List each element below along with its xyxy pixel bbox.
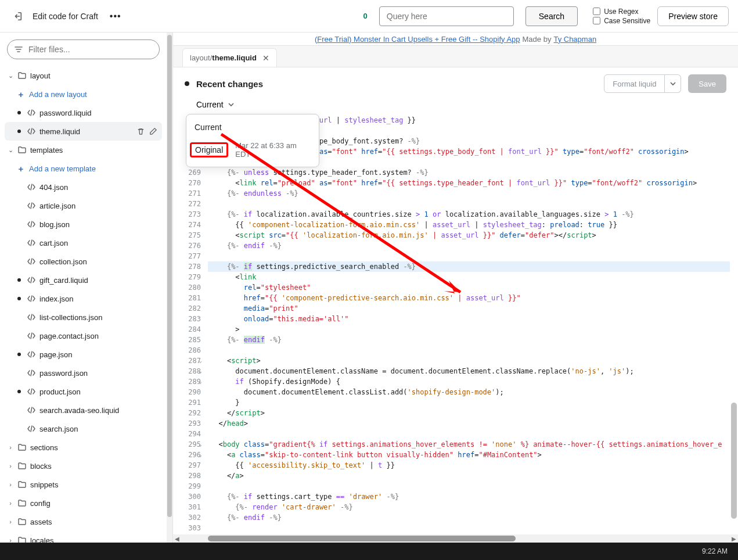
case-sensitive-option[interactable]: Case Sensitive <box>593 17 650 25</box>
format-liquid-caret[interactable] <box>665 74 681 93</box>
tree-label: theme.liquid <box>39 127 133 136</box>
line-gutter: 2642652662672682692702712722732742752762… <box>173 115 208 534</box>
code-file-icon <box>27 275 36 285</box>
modified-dot-icon <box>17 111 21 114</box>
file-row[interactable]: page.contact.json <box>5 326 162 345</box>
file-row[interactable]: password.liquid <box>5 103 162 122</box>
folder-row[interactable]: ⌄templates <box>5 141 162 159</box>
folder-row[interactable]: ›snippets <box>5 475 162 494</box>
save-button[interactable]: Save <box>688 74 726 93</box>
editor-scrollbar-horizontal[interactable]: ◀ ▶ <box>173 534 738 543</box>
more-menu-button[interactable]: ••• <box>110 11 121 21</box>
code-file-icon <box>27 220 36 229</box>
file-row[interactable]: index.json <box>5 289 162 308</box>
file-row[interactable]: cart.json <box>5 234 162 252</box>
file-row[interactable]: blog.json <box>5 215 162 234</box>
use-regex-checkbox[interactable] <box>593 8 600 15</box>
editor-scroll-thumb-v[interactable] <box>731 403 737 519</box>
folder-row[interactable]: ›blocks <box>5 457 162 475</box>
page-title: Edit code for Craft <box>33 12 98 21</box>
promo-author-link[interactable]: Ty Chapman <box>553 35 596 44</box>
file-row[interactable]: product.json <box>5 382 162 401</box>
tree-label: search.avada-seo.liquid <box>39 406 160 415</box>
plus-icon: + <box>16 164 26 174</box>
scroll-right-icon[interactable]: ▶ <box>730 534 738 543</box>
chevron-icon: › <box>7 481 14 488</box>
folder-icon <box>17 536 27 543</box>
code-file-icon <box>27 238 36 247</box>
chevron-icon: › <box>7 500 14 507</box>
tree-label: cart.json <box>39 239 160 247</box>
file-row[interactable]: gift_card.liquid <box>5 271 162 289</box>
tree-label: Add a new layout <box>29 90 160 99</box>
tree-label: password.json <box>39 369 160 378</box>
folder-icon <box>17 498 27 508</box>
promo-bar: (Free Trial) Monster In Cart Upsells + F… <box>173 33 738 45</box>
code-file-icon <box>27 182 36 192</box>
tree-label: page.contact.json <box>39 332 160 340</box>
folder-icon <box>17 443 27 452</box>
case-sensitive-checkbox[interactable] <box>593 17 600 24</box>
code-file-icon <box>27 257 36 266</box>
add-link[interactable]: +Add a new template <box>5 159 162 178</box>
tree-label: assets <box>30 518 160 526</box>
file-row[interactable]: theme.liquid <box>5 122 162 141</box>
search-button[interactable]: Search <box>525 6 578 26</box>
editor-scrollbar-vertical[interactable] <box>730 115 738 534</box>
file-row[interactable]: search.avada-seo.liquid <box>5 401 162 419</box>
modified-dot-icon <box>17 278 21 282</box>
use-regex-option[interactable]: Use Regex <box>593 8 650 16</box>
tree-label: templates <box>30 146 160 155</box>
filter-files-input[interactable] <box>7 40 160 59</box>
recent-changes-dropdown[interactable]: Current <box>196 98 234 112</box>
chevron-icon: › <box>7 462 14 469</box>
code-file-icon <box>27 387 36 396</box>
file-row[interactable]: 404.json <box>5 178 162 196</box>
close-tab-button[interactable]: ✕ <box>262 53 269 63</box>
folder-row[interactable]: ›config <box>5 494 162 512</box>
add-link[interactable]: +Add a new layout <box>5 85 162 103</box>
sidebar-scrollbar[interactable] <box>167 33 172 543</box>
rename-file-button[interactable] <box>149 127 157 136</box>
tab-theme-liquid[interactable]: layout/theme.liquid ✕ <box>182 48 277 67</box>
format-liquid-button[interactable]: Format liquid <box>604 74 665 93</box>
promo-link[interactable]: (Free Trial) Monster In Cart Upsells + F… <box>315 35 520 44</box>
folder-row[interactable]: ›assets <box>5 512 162 531</box>
search-options: Use Regex Case Sensitive <box>593 8 650 25</box>
dropdown-item-current[interactable]: Current <box>186 118 319 137</box>
folder-row[interactable]: ›sections <box>5 438 162 457</box>
header: Edit code for Craft ••• 0 Search Use Reg… <box>0 0 738 33</box>
tree-label: list-collections.json <box>39 313 160 322</box>
code-file-icon <box>27 108 36 117</box>
tree-label: index.json <box>39 295 160 303</box>
file-row[interactable]: list-collections.json <box>5 308 162 326</box>
file-row[interactable]: collection.json <box>5 252 162 271</box>
file-row[interactable]: search.json <box>5 419 162 438</box>
back-button[interactable] <box>9 8 26 24</box>
sidebar-scroll-thumb[interactable] <box>167 35 172 517</box>
file-row[interactable]: page.json <box>5 345 162 364</box>
code-file-icon <box>27 201 36 210</box>
scroll-left-icon[interactable]: ◀ <box>173 534 181 543</box>
file-row[interactable]: article.json <box>5 196 162 215</box>
tree-label: Add a new template <box>29 164 160 173</box>
tree-label: product.json <box>39 387 160 396</box>
delete-file-button[interactable] <box>136 127 145 136</box>
clock: 9:22 AM <box>702 547 728 555</box>
code-content[interactable]: {{ 'base.css' | asset_url | stylesheet_t… <box>208 115 730 534</box>
query-input[interactable] <box>379 6 514 26</box>
folder-row[interactable]: ⌄layout <box>5 66 162 85</box>
code-file-icon <box>27 405 36 415</box>
tree-label: layout <box>30 71 160 80</box>
code-editor[interactable]: 2642652662672682692702712722732742752762… <box>173 115 738 534</box>
editor-scroll-thumb-h[interactable] <box>208 536 516 541</box>
modified-dot-icon <box>17 353 21 356</box>
file-row[interactable]: password.json <box>5 364 162 382</box>
folder-row[interactable]: ›locales <box>5 531 162 543</box>
chevron-icon: › <box>7 518 14 525</box>
preview-store-button[interactable]: Preview store <box>657 6 729 26</box>
tree-label: blog.json <box>39 220 160 229</box>
results-count: 0 <box>363 12 368 20</box>
dropdown-item-original[interactable]: Original Mar 22 at 6:33 am EDT <box>186 137 319 163</box>
code-file-icon <box>27 127 36 136</box>
